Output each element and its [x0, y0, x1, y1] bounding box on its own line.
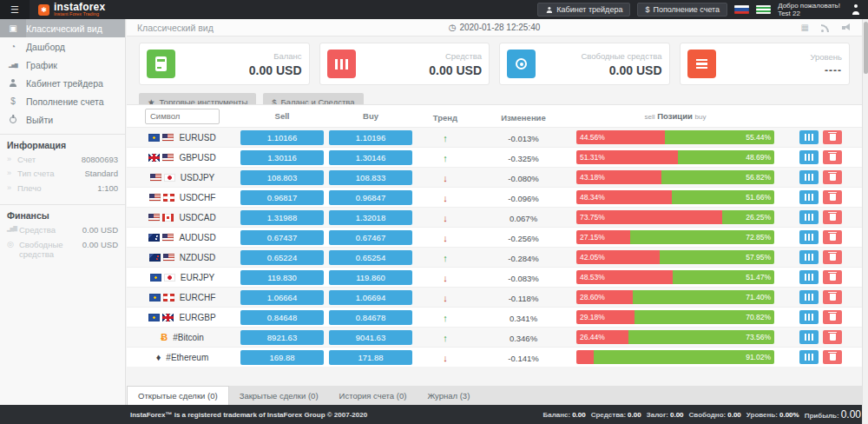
symbol-label[interactable]: #Bitcoin [173, 333, 204, 342]
sell-price-button[interactable]: 1.06664 [240, 290, 324, 305]
positions-bar: 48.53% 51.47% [576, 270, 774, 284]
symbol-label[interactable]: EURUSD [179, 133, 215, 142]
dollar-icon: $ [645, 5, 649, 14]
megaphone-icon[interactable] [842, 23, 852, 31]
delete-button[interactable] [823, 250, 842, 264]
avatar[interactable] [851, 4, 861, 15]
sidebar-item-trader-cabinet[interactable]: Кабинет трейдера [0, 74, 125, 92]
sell-price-button[interactable]: 8921.63 [240, 330, 324, 345]
buy-price-button[interactable]: 108.833 [329, 170, 412, 185]
buy-price-button[interactable]: 1.10196 [329, 130, 412, 145]
equity-card: Средства 0.00 USD [319, 43, 490, 85]
symbol-label[interactable]: AUDUSD [179, 233, 215, 242]
symbol-label[interactable]: USDJPY [181, 173, 214, 182]
symbol-label[interactable]: USDCAD [179, 213, 215, 222]
sell-price-button[interactable]: 0.84648 [240, 310, 324, 325]
info-row-account-type: » Тип счета Standard [7, 169, 118, 178]
scrollbar-thumb[interactable] [864, 22, 868, 74]
delete-button[interactable] [823, 150, 842, 164]
sell-price-button[interactable]: 169.88 [240, 350, 324, 365]
chart-button[interactable] [799, 230, 819, 244]
bar-chart-icon [805, 154, 813, 161]
sell-price-button[interactable]: 0.65224 [240, 250, 324, 265]
symbol-label[interactable]: #Ethereum [166, 353, 208, 362]
rss-icon[interactable] [821, 23, 830, 32]
chart-button[interactable] [799, 330, 819, 344]
sidebar-item-deposit[interactable]: $ Пополнение счета [0, 92, 125, 110]
buy-price-button[interactable]: 1.32018 [329, 210, 412, 225]
symbol-label[interactable]: NZDUSD [180, 253, 216, 262]
symbol-label[interactable]: EURCHF [180, 293, 216, 302]
chart-button[interactable] [799, 290, 819, 304]
symbol-label[interactable]: USDCHF [180, 193, 216, 202]
sell-price-button[interactable]: 1.30116 [240, 150, 324, 165]
trend-arrow-icon: ↓ [443, 353, 448, 363]
buy-price-button[interactable]: 1.30146 [329, 150, 412, 165]
buy-price-button[interactable]: 0.65254 [329, 250, 412, 265]
footer: InstaForex™ is a registered trademark of… [0, 405, 868, 424]
chart-button[interactable] [799, 310, 819, 324]
level-card: Уровень ---- [680, 43, 851, 85]
delete-button[interactable] [823, 230, 842, 244]
sidebar-item-logout[interactable]: Выйти [0, 110, 125, 129]
finance-row-equity: ▂▅▇ Средства 0.00 USD [7, 225, 118, 235]
sell-price-button[interactable]: 0.67437 [240, 230, 324, 245]
trader-cabinet-button[interactable]: Кабинет трейдера [537, 3, 630, 17]
delete-button[interactable] [823, 290, 842, 304]
delete-button[interactable] [823, 130, 842, 144]
vertical-scrollbar[interactable] [862, 19, 868, 424]
chart-button[interactable] [799, 270, 819, 284]
chart-button[interactable] [799, 190, 819, 204]
sidebar-item-classic-view[interactable]: ▣ Классический вид [0, 19, 125, 37]
chart-button[interactable] [799, 130, 819, 144]
buy-price-button[interactable]: 119.860 [329, 270, 412, 285]
deposit-button[interactable]: $ Пополнение счета [637, 3, 727, 17]
leverage-value: 1:100 [97, 183, 118, 193]
trash-icon [830, 354, 836, 361]
delete-button[interactable] [823, 210, 842, 224]
sell-positions-bar: 26.44% [576, 330, 628, 344]
buy-price-button[interactable]: 0.96847 [329, 190, 412, 205]
tab-account-history[interactable]: История счета (0) [329, 386, 418, 405]
main-content: Классический вид ◷ 2020-01-28 12:25:40 ▦… [127, 19, 862, 405]
delete-button[interactable] [823, 310, 842, 324]
tab-journal[interactable]: Журнал (3) [417, 386, 480, 405]
symbol-label[interactable]: EURGBP [179, 313, 215, 322]
symbol-label[interactable]: EURJPY [181, 273, 214, 282]
bar-chart-icon: ▂▅▇ [7, 225, 19, 231]
sell-price-button[interactable]: 0.96817 [240, 190, 324, 205]
delete-button[interactable] [823, 270, 842, 284]
sidebar-item-chart[interactable]: ▂▅▇ График [0, 56, 125, 74]
symbol-flag-1 [148, 214, 160, 222]
chart-button[interactable] [799, 170, 819, 184]
hamburger-menu-icon[interactable]: ☰ [0, 0, 30, 19]
symbol-search-input[interactable] [145, 109, 220, 124]
tab-open-trades[interactable]: Открытые сделки (0) [127, 386, 229, 405]
delete-button[interactable] [823, 350, 842, 364]
chart-button[interactable] [799, 210, 819, 224]
delete-button[interactable] [823, 330, 842, 344]
table-row: ♦ #Ethereum 169.88 171.88 ↓ -0.141% 91.0… [127, 348, 862, 367]
sell-price-button[interactable]: 1.31988 [240, 210, 324, 225]
positions-bar: 26.44% 73.56% [576, 330, 774, 344]
sell-price-button[interactable]: 108.803 [240, 170, 324, 185]
chart-button[interactable] [799, 150, 819, 164]
calendar-icon[interactable]: ▦ [801, 23, 809, 32]
language-flag-icon[interactable] [756, 5, 771, 14]
delete-button[interactable] [823, 190, 842, 204]
buy-price-button[interactable]: 0.67467 [329, 230, 412, 245]
sell-price-button[interactable]: 1.10166 [240, 130, 324, 145]
symbol-label[interactable]: GBPUSD [179, 153, 215, 162]
delete-button[interactable] [823, 170, 842, 184]
buy-price-button[interactable]: 9041.63 [329, 330, 412, 345]
tab-closed-trades[interactable]: Закрытые сделки (0) [229, 386, 329, 405]
buy-price-button[interactable]: 171.88 [329, 350, 412, 365]
positions-bar: 43.18% 56.82% [576, 170, 774, 184]
russian-flag-icon[interactable] [734, 5, 749, 14]
sell-price-button[interactable]: 119.830 [240, 270, 324, 285]
chart-button[interactable] [799, 250, 819, 264]
sidebar-item-dashboard[interactable]: ◔ Дашборд [0, 37, 125, 56]
buy-price-button[interactable]: 1.06694 [329, 290, 412, 305]
buy-price-button[interactable]: 0.84678 [329, 310, 412, 325]
chart-button[interactable] [799, 350, 819, 364]
